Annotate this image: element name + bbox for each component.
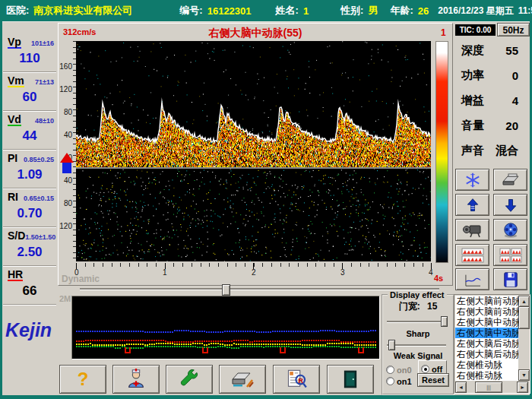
radio-off-circle[interactable] bbox=[421, 365, 429, 373]
gain-up-button[interactable] bbox=[455, 194, 489, 216]
x-tick-4: 4 bbox=[429, 268, 433, 277]
print-button[interactable] bbox=[493, 169, 527, 191]
hr-value: 66 bbox=[3, 283, 56, 299]
vessel-vscrollbar[interactable]: ▲ ▼ bbox=[518, 296, 528, 381]
time-scrollbar-track[interactable] bbox=[80, 288, 439, 290]
sharp-slider-thumb[interactable] bbox=[388, 340, 395, 350]
gender-label: 性别: bbox=[340, 4, 363, 17]
depth-label: 深度 bbox=[461, 43, 484, 58]
quad-spectra-button[interactable] bbox=[493, 244, 527, 266]
gain-down-button[interactable] bbox=[493, 194, 527, 216]
display-effect-panel: Display effect 门宽: 15 Sharp Weak Signal … bbox=[382, 294, 454, 395]
radio-on0-circle[interactable] bbox=[386, 366, 394, 374]
exit-button[interactable] bbox=[327, 365, 374, 394]
sd-ref-range: 1.50±1.50 bbox=[25, 233, 55, 241]
age-value: 26 bbox=[418, 5, 429, 17]
x-tick-3: 3 bbox=[340, 268, 345, 277]
trend-curve-button[interactable] bbox=[455, 268, 489, 290]
vessel-item[interactable]: 左侧大脑后动脉 bbox=[455, 338, 518, 349]
hospital-label: 医院: bbox=[6, 4, 29, 17]
up-arrow-icon bbox=[465, 197, 480, 214]
svg-text:R: R bbox=[298, 377, 303, 385]
sharp-slider-track[interactable] bbox=[387, 344, 446, 347]
scroll-left-icon[interactable]: ◄ bbox=[455, 382, 467, 393]
freeze-button[interactable] bbox=[455, 169, 489, 191]
gate-width-slider-track[interactable] bbox=[387, 321, 446, 323]
trend-label: 2M bbox=[59, 294, 71, 303]
hr-label: HR bbox=[8, 269, 23, 281]
report-icon: R bbox=[286, 369, 307, 390]
y-tick-120: 120 bbox=[59, 85, 72, 93]
frequency-button[interactable]: 50Hz bbox=[497, 23, 530, 36]
vm-label: Vm bbox=[8, 75, 24, 87]
dual-spectra-button[interactable] bbox=[455, 244, 489, 266]
patient-name-value: 1 bbox=[303, 5, 309, 17]
param-box-sd: S/D1.50±1.50 2.50 bbox=[3, 227, 56, 266]
patient-info-button[interactable] bbox=[112, 365, 160, 394]
display-effect-title: Display effect bbox=[388, 290, 447, 299]
patient-id-value: 16122301 bbox=[207, 5, 252, 17]
print-setup-icon bbox=[230, 369, 255, 390]
scroll-right-icon[interactable]: ► bbox=[517, 382, 528, 393]
save-button[interactable] bbox=[493, 268, 527, 290]
patient-id-label: 编号: bbox=[179, 4, 202, 17]
sd-value: 2.50 bbox=[3, 245, 56, 260]
vessel-item[interactable]: 右侧椎动脉 bbox=[455, 370, 518, 381]
gain-row: 增益 4 bbox=[456, 91, 529, 109]
param-box-vm: Vm71±13 60 bbox=[3, 72, 56, 111]
trend-curve-icon bbox=[463, 272, 483, 287]
vessel-item[interactable]: 右侧大脑前动脉 bbox=[455, 306, 518, 317]
vessel-item[interactable]: 左侧椎动脉 bbox=[455, 359, 518, 370]
ri-value: 0.70 bbox=[3, 206, 56, 221]
channel-number: 1 bbox=[441, 27, 446, 38]
x-tick-2: 2 bbox=[252, 268, 256, 277]
gender-value: 男 bbox=[368, 4, 378, 17]
gate-width-value: 15 bbox=[427, 301, 437, 312]
vd-value: 44 bbox=[3, 128, 56, 144]
volume-value: 20 bbox=[505, 119, 518, 132]
age-label: 年龄: bbox=[390, 4, 413, 17]
spectral-panel: 312cm/s 右侧大脑中动脉(55) 1 160 120 80 40 0 40… bbox=[58, 23, 453, 286]
help-button[interactable]: ? bbox=[59, 365, 106, 394]
power-label: 功率 bbox=[461, 68, 484, 83]
spectra-grid-icon bbox=[499, 248, 522, 263]
depth-value: 55 bbox=[505, 44, 518, 57]
y-tick-160: 160 bbox=[59, 62, 72, 71]
vp-ref-range: 101±16 bbox=[31, 40, 54, 47]
param-box-vp: Vp101±16 110 bbox=[3, 33, 56, 72]
spectrum-display bbox=[76, 41, 431, 261]
vp-value: 110 bbox=[3, 51, 56, 66]
volume-label: 音量 bbox=[461, 119, 484, 133]
save-icon bbox=[502, 271, 519, 288]
velocity-colorbar bbox=[435, 41, 448, 263]
reset-button[interactable]: Reset bbox=[417, 373, 449, 387]
radio-on1[interactable]: on1 bbox=[386, 374, 412, 388]
playback-button[interactable] bbox=[493, 219, 527, 241]
freeze-icon bbox=[464, 172, 481, 188]
vessel-item[interactable]: 左侧大脑中动脉 bbox=[455, 317, 518, 328]
scroll-up-icon[interactable]: ▲ bbox=[518, 296, 530, 307]
settings-button[interactable] bbox=[166, 365, 213, 394]
vessel-hscroll-thumb[interactable]: ||| bbox=[475, 382, 502, 393]
sharp-label: Sharp bbox=[383, 329, 453, 338]
report-review-button[interactable]: R bbox=[273, 365, 320, 394]
print-report-button[interactable] bbox=[219, 365, 266, 394]
scroll-down-icon[interactable]: ▼ bbox=[518, 369, 530, 381]
vessel-hscrollbar[interactable]: ◄ ||| ► bbox=[455, 382, 528, 391]
vessel-vscroll-thumb[interactable] bbox=[518, 306, 530, 329]
vd-label: Vd bbox=[8, 114, 21, 126]
baseline-square-icon bbox=[62, 163, 71, 173]
radio-on1-label: on1 bbox=[397, 377, 412, 386]
kejin-logo: Kejin bbox=[5, 319, 52, 341]
record-button[interactable] bbox=[455, 219, 489, 241]
pi-label: PI bbox=[8, 153, 17, 165]
gain-value: 4 bbox=[512, 94, 518, 107]
pi-value: 1.09 bbox=[3, 167, 56, 182]
vessel-item[interactable]: 右侧大脑中动脉 bbox=[455, 328, 518, 338]
vessel-item[interactable]: 右侧大脑后动脉 bbox=[455, 349, 518, 359]
radio-on1-circle[interactable] bbox=[386, 377, 394, 385]
time-scrollbar-thumb[interactable] bbox=[222, 284, 230, 296]
gate-width-slider-thumb[interactable] bbox=[441, 316, 448, 327]
vessel-item[interactable]: 左侧大脑前动脉 bbox=[455, 296, 518, 306]
param-box-hr: HR 66 bbox=[3, 266, 56, 305]
